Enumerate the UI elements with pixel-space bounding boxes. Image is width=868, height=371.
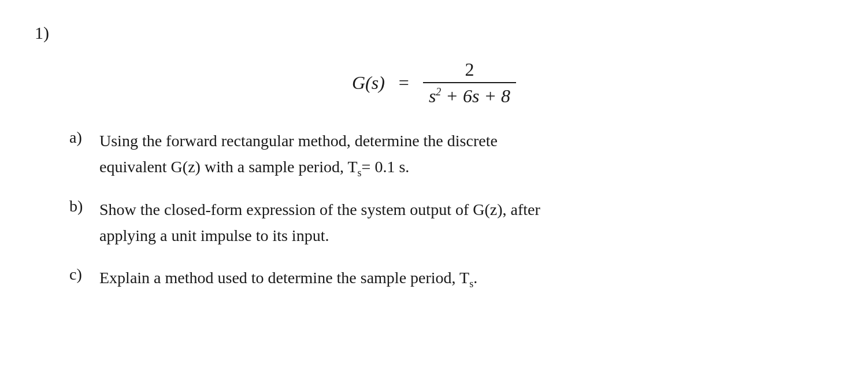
transfer-function: G(s) = 2 s2 + 6s + 8 bbox=[35, 60, 833, 105]
denominator: s2 + 6s + 8 bbox=[423, 84, 516, 105]
part-c: c) Explain a method used to determine th… bbox=[69, 265, 833, 292]
fraction-bar bbox=[423, 82, 516, 83]
ts-subscript-c: s bbox=[469, 277, 473, 289]
part-a-first-line: a) Using the forward rectangular method,… bbox=[69, 128, 833, 154]
part-a-text-line1: Using the forward rectangular method, de… bbox=[99, 128, 833, 154]
part-b: b) Show the closed-form expression of th… bbox=[69, 197, 833, 249]
ts-subscript-a: s bbox=[358, 166, 362, 178]
part-b-text-line1: Show the closed-form expression of the s… bbox=[99, 197, 833, 223]
part-c-first-line: c) Explain a method used to determine th… bbox=[69, 265, 833, 292]
part-a: a) Using the forward rectangular method,… bbox=[69, 128, 833, 181]
part-c-label: c) bbox=[69, 265, 90, 284]
page-container: 1) G(s) = 2 s2 + 6s + 8 a) Using the for… bbox=[35, 23, 833, 292]
equals-sign: = bbox=[399, 73, 409, 92]
part-a-label: a) bbox=[69, 128, 90, 147]
parts-list: a) Using the forward rectangular method,… bbox=[69, 128, 833, 292]
part-a-continuation: equivalent G(z) with a sample period, Ts… bbox=[99, 154, 833, 181]
problem-number: 1) bbox=[35, 23, 833, 43]
numerator: 2 bbox=[459, 60, 480, 81]
part-c-text-line1: Explain a method used to determine the s… bbox=[99, 265, 833, 292]
part-b-first-line: b) Show the closed-form expression of th… bbox=[69, 197, 833, 223]
fraction: 2 s2 + 6s + 8 bbox=[423, 60, 516, 105]
lhs-label: G(s) bbox=[352, 73, 385, 92]
part-b-label: b) bbox=[69, 197, 90, 216]
part-b-continuation: applying a unit impulse to its input. bbox=[99, 223, 833, 249]
